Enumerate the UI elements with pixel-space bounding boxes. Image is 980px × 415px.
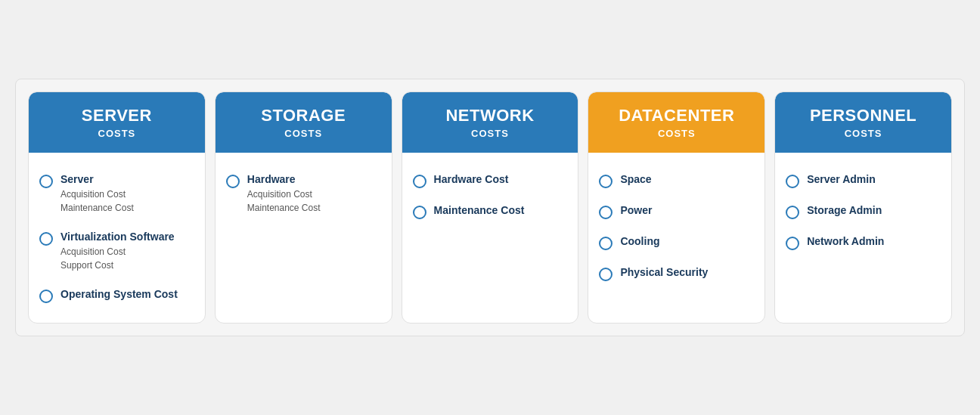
datacenter-item-2: Cooling xyxy=(599,227,754,258)
personnel-sub-title: COSTS xyxy=(784,128,942,139)
server-item-detail-1: Acquisition Cost Support Cost xyxy=(60,245,175,272)
server-body: ServerAcquisition Cost Maintenance CostV… xyxy=(29,153,205,323)
datacenter-item-0: Space xyxy=(599,165,754,196)
datacenter-main-title: DATACENTER xyxy=(597,106,755,125)
storage-item-detail-0: Acquisition Cost Maintenance Cost xyxy=(247,187,321,215)
network-header: NETWORKCOSTS xyxy=(402,92,578,152)
storage-body: HardwareAcquisition Cost Maintenance Cos… xyxy=(216,153,392,323)
card-network: NETWORKCOSTSHardware CostMaintenance Cos… xyxy=(402,91,579,324)
personnel-item-2: Network Admin xyxy=(786,227,941,258)
server-item-title-1: Virtualization Software xyxy=(60,230,175,243)
personnel-item-title-0: Server Admin xyxy=(807,172,876,186)
network-sub-title: COSTS xyxy=(411,128,569,139)
personnel-circle-icon-2 xyxy=(786,237,799,250)
personnel-item-1: Storage Admin xyxy=(786,196,941,227)
datacenter-body: SpacePowerCoolingPhysical Security xyxy=(588,153,764,323)
server-item-1: Virtualization SoftwareAcquisition Cost … xyxy=(39,222,194,280)
datacenter-item-title-3: Physical Security xyxy=(620,265,708,279)
server-item-0: ServerAcquisition Cost Maintenance Cost xyxy=(39,165,194,222)
personnel-header: PERSONNELCOSTS xyxy=(775,92,951,152)
server-item-content-1: Virtualization SoftwareAcquisition Cost … xyxy=(60,230,175,272)
network-item-title-1: Maintenance Cost xyxy=(434,203,525,217)
card-storage: STORAGECOSTSHardwareAcquisition Cost Mai… xyxy=(215,91,392,324)
datacenter-item-3: Physical Security xyxy=(599,258,754,289)
personnel-item-content-0: Server Admin xyxy=(807,172,876,186)
network-body: Hardware CostMaintenance Cost xyxy=(402,153,578,323)
network-item-content-1: Maintenance Cost xyxy=(434,203,525,217)
storage-main-title: STORAGE xyxy=(225,106,383,125)
personnel-item-title-1: Storage Admin xyxy=(807,203,882,217)
personnel-circle-icon-1 xyxy=(786,206,799,219)
datacenter-sub-title: COSTS xyxy=(597,128,755,139)
datacenter-circle-icon-0 xyxy=(599,175,612,188)
server-item-2: Operating System Cost xyxy=(39,280,194,311)
server-item-title-0: Server xyxy=(60,172,134,186)
server-item-detail-0: Acquisition Cost Maintenance Cost xyxy=(60,187,134,215)
server-main-title: SERVER xyxy=(38,106,196,125)
personnel-body: Server AdminStorage AdminNetwork Admin xyxy=(775,153,951,323)
datacenter-item-content-0: Space xyxy=(620,172,651,186)
datacenter-item-title-2: Cooling xyxy=(620,234,659,248)
datacenter-item-content-1: Power xyxy=(620,203,652,217)
network-item-0: Hardware Cost xyxy=(413,165,568,196)
server-sub-title: COSTS xyxy=(38,128,196,139)
datacenter-item-title-0: Space xyxy=(620,172,651,186)
datacenter-item-1: Power xyxy=(599,196,754,227)
server-circle-icon-1 xyxy=(39,232,53,246)
storage-item-0: HardwareAcquisition Cost Maintenance Cos… xyxy=(226,165,381,222)
server-item-content-2: Operating System Cost xyxy=(60,287,178,301)
storage-sub-title: COSTS xyxy=(225,128,383,139)
card-personnel: PERSONNELCOSTSServer AdminStorage AdminN… xyxy=(774,91,952,324)
network-item-1: Maintenance Cost xyxy=(413,196,568,227)
network-main-title: NETWORK xyxy=(411,106,569,125)
server-item-content-0: ServerAcquisition Cost Maintenance Cost xyxy=(60,172,134,215)
personnel-item-content-1: Storage Admin xyxy=(807,203,882,217)
personnel-item-0: Server Admin xyxy=(786,165,941,196)
personnel-item-title-2: Network Admin xyxy=(807,234,884,248)
datacenter-header: DATACENTERCOSTS xyxy=(588,92,764,152)
network-circle-icon-1 xyxy=(413,206,426,219)
personnel-circle-icon-0 xyxy=(786,175,799,188)
storage-item-title-0: Hardware xyxy=(247,172,321,186)
main-container: SERVERCOSTSServerAcquisition Cost Mainte… xyxy=(15,79,965,336)
card-datacenter: DATACENTERCOSTSSpacePowerCoolingPhysical… xyxy=(588,91,765,324)
personnel-main-title: PERSONNEL xyxy=(784,106,942,125)
server-item-title-2: Operating System Cost xyxy=(60,287,178,301)
network-circle-icon-0 xyxy=(413,175,426,188)
datacenter-item-title-1: Power xyxy=(620,203,652,217)
server-circle-icon-2 xyxy=(39,290,53,303)
datacenter-circle-icon-2 xyxy=(599,237,612,250)
storage-header: STORAGECOSTS xyxy=(216,92,392,152)
server-header: SERVERCOSTS xyxy=(29,92,205,152)
network-item-title-0: Hardware Cost xyxy=(434,172,509,186)
datacenter-item-content-2: Cooling xyxy=(620,234,659,248)
datacenter-circle-icon-3 xyxy=(599,268,612,281)
datacenter-circle-icon-1 xyxy=(599,206,612,219)
server-circle-icon-0 xyxy=(39,175,53,188)
network-item-content-0: Hardware Cost xyxy=(434,172,509,186)
datacenter-item-content-3: Physical Security xyxy=(620,265,708,279)
storage-item-content-0: HardwareAcquisition Cost Maintenance Cos… xyxy=(247,172,321,215)
storage-circle-icon-0 xyxy=(226,175,240,188)
personnel-item-content-2: Network Admin xyxy=(807,234,884,248)
card-server: SERVERCOSTSServerAcquisition Cost Mainte… xyxy=(28,91,206,324)
